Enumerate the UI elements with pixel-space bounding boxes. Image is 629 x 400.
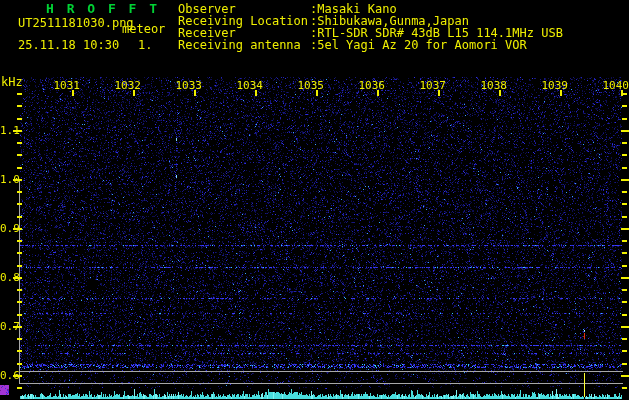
freq-tick bbox=[17, 363, 22, 365]
time-tick-label: 1032 bbox=[113, 80, 141, 91]
freq-unit-label: kHz bbox=[1, 76, 23, 88]
time-tick-label: 1040 bbox=[601, 80, 629, 91]
app-title: H R O F F T bbox=[46, 3, 160, 15]
freq-tick bbox=[17, 142, 22, 144]
freq-tick-right bbox=[622, 314, 627, 316]
freq-tick-right bbox=[622, 154, 627, 156]
freq-tick bbox=[17, 301, 22, 303]
freq-tick bbox=[17, 118, 22, 120]
freq-tick bbox=[17, 167, 22, 169]
freq-tick-right bbox=[622, 203, 627, 205]
station-info: Observer :Masaki Kano Receiving Location… bbox=[178, 3, 563, 51]
freq-tick-right bbox=[622, 350, 627, 352]
freq-tick-label: 1.0 bbox=[0, 174, 20, 185]
freq-tick-right bbox=[621, 375, 629, 377]
freq-tick-right bbox=[622, 118, 627, 120]
meteor-count: 1. bbox=[138, 39, 152, 51]
band-label-meteor: meteor bbox=[122, 23, 165, 35]
info-value: :5el Yagi Az 20 for Aomori VOR bbox=[310, 39, 527, 51]
freq-tick-right bbox=[622, 265, 627, 267]
image-filename: UT2511181030.png bbox=[18, 17, 134, 29]
freq-tick bbox=[17, 387, 22, 389]
freq-tick-right bbox=[622, 338, 627, 340]
time-tick-label: 1035 bbox=[296, 80, 324, 91]
freq-tick-label: 0.6 bbox=[0, 370, 20, 381]
time-tick-label: 1031 bbox=[52, 80, 80, 91]
freq-tick-right bbox=[622, 167, 627, 169]
freq-tick bbox=[17, 314, 22, 316]
freq-tick-right bbox=[622, 289, 627, 291]
freq-tick-right bbox=[622, 301, 627, 303]
time-tick-label: 1039 bbox=[540, 80, 568, 91]
freq-tick-right bbox=[621, 130, 629, 132]
freq-tick bbox=[17, 203, 22, 205]
hrofft-screen: H R O F F T UT2511181030.png meteor 25.1… bbox=[0, 0, 629, 400]
freq-tick-right bbox=[622, 142, 627, 144]
freq-tick-right bbox=[622, 191, 627, 193]
freq-tick bbox=[17, 154, 22, 156]
freq-tick bbox=[17, 240, 22, 242]
freq-tick bbox=[17, 191, 22, 193]
time-tick-label: 1033 bbox=[174, 80, 202, 91]
freq-tick bbox=[17, 93, 22, 95]
freq-tick-right bbox=[621, 326, 629, 328]
freq-tick-right bbox=[622, 252, 627, 254]
time-tick-label: 1038 bbox=[479, 80, 507, 91]
freq-tick bbox=[17, 265, 22, 267]
observation-datetime: 25.11.18 10:30 bbox=[18, 39, 119, 51]
info-row: Receiving antenna :5el Yagi Az 20 for Ao… bbox=[178, 39, 563, 51]
time-tick-label: 1036 bbox=[357, 80, 385, 91]
freq-tick bbox=[17, 105, 22, 107]
freq-tick-right bbox=[621, 228, 629, 230]
freq-tick-label: 0.7 bbox=[0, 321, 20, 332]
freq-tick-right bbox=[621, 277, 629, 279]
freq-tick bbox=[17, 216, 22, 218]
time-tick-label: 1034 bbox=[235, 80, 263, 91]
freq-tick-label: 1.1 bbox=[0, 125, 20, 136]
freq-tick-right bbox=[622, 93, 627, 95]
freq-tick bbox=[17, 289, 22, 291]
spectrogram-canvas bbox=[0, 0, 629, 400]
freq-tick-right bbox=[621, 179, 629, 181]
time-tick-label: 1037 bbox=[418, 80, 446, 91]
freq-tick-right bbox=[622, 363, 627, 365]
freq-tick bbox=[17, 350, 22, 352]
freq-tick bbox=[17, 252, 22, 254]
freq-tick-right bbox=[622, 216, 627, 218]
freq-tick-right bbox=[622, 387, 627, 389]
freq-tick-right bbox=[622, 240, 627, 242]
freq-tick-right bbox=[622, 105, 627, 107]
freq-tick bbox=[17, 338, 22, 340]
freq-tick-label: 0.9 bbox=[0, 223, 20, 234]
info-label: Receiving antenna bbox=[178, 39, 310, 51]
freq-tick-label: 0.8 bbox=[0, 272, 20, 283]
